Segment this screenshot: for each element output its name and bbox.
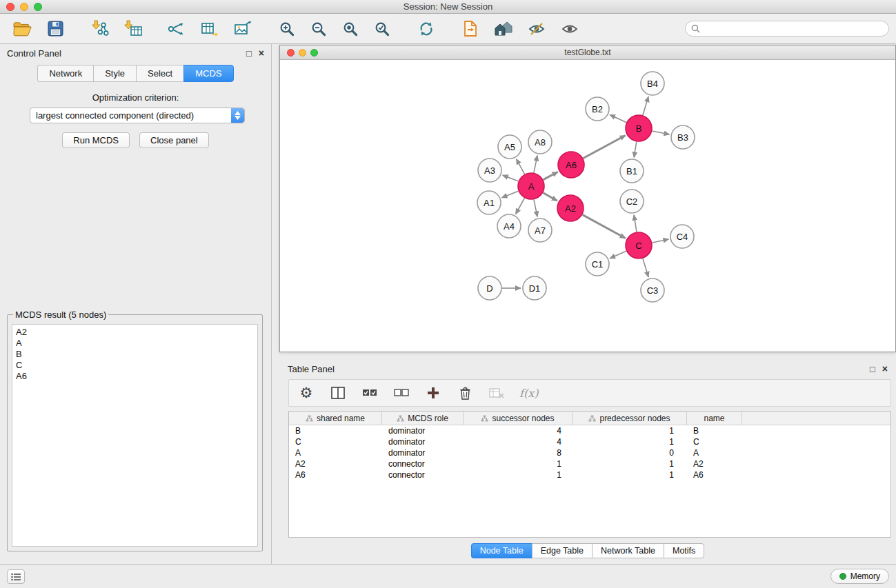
import-network-button[interactable]	[87, 17, 112, 41]
toolbar-search[interactable]	[685, 21, 889, 37]
network-view-window: testGlobe.txt B4B2BB3A5A8A6B1A3AC2A1A2A4…	[279, 45, 896, 352]
delete-table-button[interactable]	[488, 384, 506, 402]
task-history-button[interactable]	[7, 569, 25, 584]
network-canvas[interactable]: B4B2BB3A5A8A6B1A3AC2A1A2A4A7C4CC1C3DD1	[280, 60, 895, 352]
zoom-out-button[interactable]	[306, 17, 331, 41]
tab-network-table[interactable]: Network Table	[592, 543, 664, 558]
network-minimize-button[interactable]	[299, 49, 306, 57]
table-row[interactable]: A6 connector 1 1 A6	[289, 469, 890, 480]
network-window-titlebar[interactable]: testGlobe.txt	[280, 45, 895, 60]
tab-node-table[interactable]: Node Table	[471, 543, 532, 558]
function-builder-button[interactable]: f(x)	[519, 387, 538, 400]
graph-edge-A-A4[interactable]	[516, 199, 525, 214]
close-table-panel-icon[interactable]: ×	[882, 364, 888, 374]
network-graph[interactable]: B4B2BB3A5A8A6B1A3AC2A1A2A4A7C4CC1C3DD1	[280, 60, 895, 352]
graph-edge-A2-C[interactable]	[583, 215, 626, 239]
graph-edge-B-B1[interactable]	[634, 142, 637, 158]
graph-edge-B-B4[interactable]	[643, 97, 648, 115]
close-panel-button[interactable]: Close panel	[139, 132, 209, 148]
network-branch-button[interactable]	[164, 17, 189, 41]
column-header-successor-nodes[interactable]: successor nodes	[464, 412, 573, 425]
window-titlebar: Session: New Session	[0, 0, 896, 14]
graph-edge-A-A1[interactable]	[502, 191, 519, 197]
show-all-button[interactable]	[491, 17, 516, 41]
dropdown-value: largest connected component (directed)	[36, 110, 194, 121]
search-input[interactable]	[700, 24, 888, 34]
tab-edge-table[interactable]: Edge Table	[532, 543, 592, 558]
zoom-in-button[interactable]	[275, 17, 299, 41]
graph-edge-A-A2[interactable]	[543, 193, 557, 201]
column-header-shared-name[interactable]: shared name	[289, 412, 382, 425]
result-item[interactable]: A6	[16, 371, 254, 382]
import-table-button[interactable]	[120, 17, 145, 41]
table-row[interactable]: A dominator 8 0 A	[289, 447, 890, 458]
graph-edge-B-B3[interactable]	[653, 131, 670, 134]
memory-button[interactable]: Memory	[830, 569, 889, 584]
run-mcds-button[interactable]: Run MCDS	[62, 132, 130, 148]
graph-edge-A6-B[interactable]	[584, 136, 626, 159]
save-session-button[interactable]	[43, 17, 68, 41]
column-header-mcds-role[interactable]: MCDS role	[382, 412, 464, 425]
graph-edge-A-A5[interactable]	[517, 159, 525, 174]
open-session-button[interactable]	[10, 17, 34, 41]
zoom-fit-button[interactable]	[338, 17, 363, 41]
graph-edge-C-C4[interactable]	[653, 239, 669, 243]
tab-motifs[interactable]: Motifs	[664, 543, 704, 558]
column-type-icon	[588, 415, 596, 422]
create-column-button[interactable]	[424, 384, 442, 402]
column-header-name[interactable]: name	[687, 412, 742, 425]
close-window-button[interactable]	[6, 3, 14, 11]
minimize-window-button[interactable]	[20, 3, 28, 11]
result-item[interactable]: A2	[16, 327, 254, 338]
column-header-predecessor-nodes[interactable]: predecessor nodes	[573, 412, 687, 425]
network-close-button[interactable]	[287, 49, 295, 57]
hide-details-button[interactable]	[524, 17, 549, 41]
result-item[interactable]: B	[16, 349, 254, 360]
tab-style[interactable]: Style	[93, 65, 136, 82]
import-table-icon	[123, 20, 142, 37]
table-row[interactable]: A2 connector 1 1 A2	[289, 458, 890, 469]
status-bar: Memory	[0, 564, 896, 588]
mcds-result-list[interactable]: A2 A B C A6	[12, 324, 258, 547]
graph-edge-C-C3[interactable]	[643, 258, 648, 277]
graph-edge-A-A3[interactable]	[503, 175, 519, 181]
unchecked-boxes-icon	[394, 388, 409, 398]
show-details-button[interactable]	[557, 17, 582, 41]
optimization-criterion-dropdown[interactable]: largest connected component (directed)	[30, 108, 245, 123]
network-zoom-button[interactable]	[310, 49, 318, 57]
result-item[interactable]: C	[16, 360, 254, 371]
delete-column-button[interactable]	[456, 384, 474, 402]
graph-edge-C-C1[interactable]	[610, 251, 626, 258]
table-row[interactable]: B dominator 4 1 B	[289, 425, 890, 436]
graph-edge-A-A6[interactable]	[544, 172, 558, 179]
graph-edge-C-C2[interactable]	[634, 215, 637, 232]
zoom-selected-button[interactable]	[370, 17, 395, 41]
table-export-button[interactable]	[197, 17, 222, 41]
graph-node-label-A1: A1	[484, 198, 495, 208]
node-table[interactable]: shared name MCDS role successor nodes pr…	[288, 411, 891, 538]
table-toolbar: ⚙	[288, 379, 891, 407]
refresh-layout-button[interactable]	[414, 17, 439, 41]
graph-edge-A-A8[interactable]	[534, 156, 537, 173]
result-item[interactable]: A	[16, 338, 254, 349]
close-panel-icon[interactable]: ×	[259, 48, 264, 58]
table-panel-tabs: Node Table Edge Table Network Table Moti…	[279, 543, 896, 558]
float-panel-icon[interactable]: □	[246, 49, 252, 58]
graph-edge-B-B2[interactable]	[610, 115, 626, 123]
export-image-button[interactable]	[230, 17, 255, 41]
graph-edge-A-A7[interactable]	[534, 200, 537, 217]
float-table-panel-icon[interactable]: □	[870, 365, 875, 374]
graph-node-label-B1: B1	[626, 166, 637, 176]
table-row[interactable]: C dominator 4 1 C	[289, 436, 890, 447]
table-settings-button[interactable]: ⚙	[297, 384, 315, 402]
zoom-window-button[interactable]	[34, 3, 42, 11]
select-all-columns-button[interactable]	[361, 384, 379, 402]
columns-icon	[331, 387, 345, 399]
tab-select[interactable]: Select	[136, 65, 183, 82]
tab-network[interactable]: Network	[37, 65, 93, 82]
graph-node-label-A6: A6	[566, 160, 577, 170]
destroy-network-button[interactable]	[458, 17, 483, 41]
show-columns-button[interactable]	[329, 384, 347, 402]
unselect-all-columns-button[interactable]	[392, 384, 410, 402]
tab-mcds[interactable]: MCDS	[183, 65, 233, 82]
